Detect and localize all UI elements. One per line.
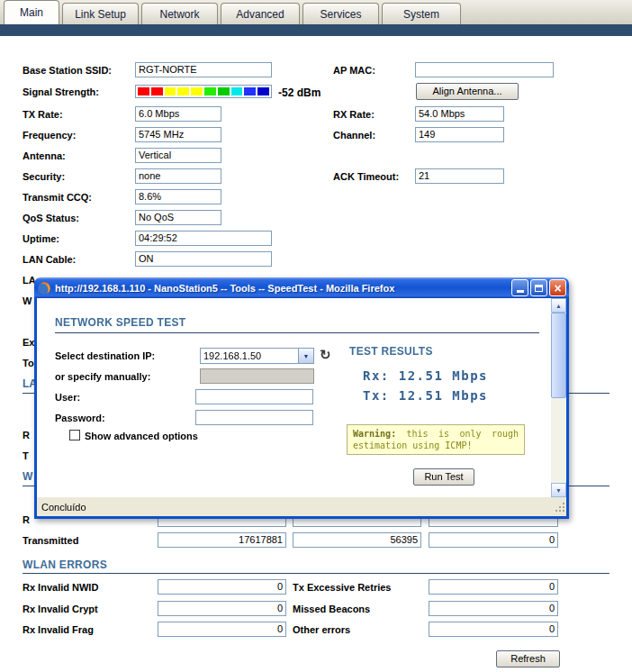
security-label: Security: <box>23 171 65 182</box>
qos-status-label: QoS Status: <box>23 213 79 223</box>
obscured-section-heading-fragment: W <box>23 470 32 483</box>
ack-timeout-label: ACK Timeout: <box>333 171 399 182</box>
base-station-ssid-field[interactable]: RGT-NORTE <box>135 62 272 77</box>
tx-rate-label: TX Rate: <box>23 109 63 120</box>
rx-invalid-crypt-field[interactable]: 0 <box>158 601 286 616</box>
run-test-button[interactable]: Run Test <box>413 468 474 486</box>
rx-invalid-crypt-label: Rx Invalid Crypt <box>23 604 98 614</box>
tab-network[interactable]: Network <box>141 3 218 24</box>
chevron-down-icon[interactable]: ▼ <box>298 349 313 363</box>
window-titlebar[interactable]: http://192.168.1.110 - NanoStation5 -- T… <box>34 277 569 298</box>
password-field[interactable] <box>195 410 313 425</box>
window-title: http://192.168.1.110 - NanoStation5 -- T… <box>55 283 508 294</box>
tx-excessive-retries-label: Tx Excessive Retries <box>293 582 391 593</box>
rx-invalid-nwid-label: Rx Invalid NWID <box>23 582 98 593</box>
tab-link-setup[interactable]: Link Setup <box>62 3 139 24</box>
signal-segment <box>218 87 230 95</box>
tab-main[interactable]: Main <box>4 0 59 24</box>
wlan-transmitted-field[interactable]: 56395 <box>293 532 421 548</box>
channel-label: Channel: <box>333 130 375 141</box>
qos-status-field[interactable]: No QoS <box>135 210 221 225</box>
ap-mac-label: AP MAC: <box>333 65 375 76</box>
obscured-label-fragment: T <box>23 450 29 461</box>
minimize-icon <box>517 290 524 293</box>
refresh-button[interactable]: Refresh <box>496 650 560 667</box>
missed-beacons-field[interactable]: 0 <box>429 601 558 616</box>
scroll-up-icon[interactable]: ▲ <box>551 298 566 313</box>
user-field[interactable] <box>195 389 313 404</box>
firefox-icon <box>37 281 51 295</box>
signal-segment <box>151 87 163 95</box>
wlan-transmitted-field[interactable]: 17617881 <box>158 532 286 548</box>
close-button[interactable]: × <box>549 279 566 296</box>
uptime-field[interactable]: 04:29:52 <box>135 231 272 246</box>
other-errors-label: Other errors <box>293 624 350 635</box>
resize-grip[interactable] <box>554 501 566 513</box>
tab-services[interactable]: Services <box>302 3 379 24</box>
rx-rate-field[interactable]: 54.0 Mbps <box>415 106 504 122</box>
speedtest-window: http://192.168.1.110 - NanoStation5 -- T… <box>34 277 569 519</box>
tx-excessive-retries-field[interactable]: 0 <box>429 579 558 595</box>
signal-segment <box>257 87 269 95</box>
obscured-label-fragment: Ex <box>23 337 34 348</box>
align-antenna-button[interactable]: Align Antenna... <box>416 83 519 100</box>
section-divider <box>55 332 539 333</box>
signal-segment <box>244 87 256 95</box>
transmit-ccq-label: Transmit CCQ: <box>23 192 92 203</box>
signal-segment <box>177 87 189 95</box>
signal-segment <box>138 87 149 95</box>
ack-timeout-field[interactable]: 21 <box>415 168 504 184</box>
window-statusbar: Concluído <box>34 497 569 519</box>
destination-ip-select[interactable]: 192.168.1.50 ▼ <box>200 348 314 364</box>
rx-rate-label: RX Rate: <box>333 109 375 120</box>
user-label: User: <box>55 392 80 403</box>
scroll-down-icon[interactable]: ▼ <box>551 483 566 497</box>
obscured-label-fragment: R <box>23 514 30 525</box>
scroll-track[interactable] <box>551 398 566 483</box>
speedtest-content: NETWORK SPEED TEST Select destination IP… <box>37 298 551 497</box>
scroll-thumb[interactable] <box>551 313 566 398</box>
manual-ip-field <box>200 368 314 384</box>
rx-invalid-nwid-field[interactable]: 0 <box>158 579 286 595</box>
ap-mac-field[interactable] <box>415 62 554 77</box>
reload-list-icon[interactable]: ↻ <box>320 347 331 363</box>
password-label: Password: <box>55 413 105 423</box>
header-bar <box>0 24 632 36</box>
tab-bar: Main Link Setup Network Advanced Service… <box>0 0 632 24</box>
statusbar-text: Concluído <box>41 502 86 513</box>
speedtest-heading: NETWORK SPEED TEST <box>55 316 185 329</box>
lan-cable-field[interactable]: ON <box>135 251 272 267</box>
frequency-field[interactable]: 5745 MHz <box>135 127 221 142</box>
window-controls: × <box>511 279 566 296</box>
destination-ip-value: 192.168.1.50 <box>201 350 298 361</box>
signal-segment <box>191 87 203 95</box>
lan-cable-label: LAN Cable: <box>23 254 76 265</box>
antenna-field[interactable]: Vertical <box>135 148 221 163</box>
antenna-label: Antenna: <box>23 150 66 161</box>
transmitted-row-label: Transmitted <box>23 535 78 546</box>
base-station-ssid-label: Base Station SSID: <box>23 65 112 76</box>
missed-beacons-label: Missed Beacons <box>293 604 370 614</box>
signal-dbm-value: -52 dBm <box>278 86 321 99</box>
signal-strength-bar <box>135 85 272 98</box>
security-field[interactable]: none <box>135 168 221 184</box>
tx-rate-field[interactable]: 6.0 Mbps <box>135 106 221 122</box>
rx-invalid-frag-field[interactable]: 0 <box>158 622 286 637</box>
channel-field[interactable]: 149 <box>415 127 504 142</box>
wlan-errors-heading: WLAN ERRORS <box>23 558 107 571</box>
section-divider <box>23 573 609 574</box>
airos-main-page: Main Link Setup Network Advanced Service… <box>0 0 632 672</box>
other-errors-field[interactable]: 0 <box>429 622 558 637</box>
transmit-ccq-field[interactable]: 8.6% <box>135 189 221 204</box>
show-advanced-checkbox[interactable] <box>69 430 80 440</box>
obscured-label-fragment: R <box>23 430 30 440</box>
minimize-button[interactable] <box>511 279 528 296</box>
obscured-label-fragment: To <box>23 358 34 368</box>
tab-advanced[interactable]: Advanced <box>221 3 300 24</box>
signal-segment <box>231 87 243 95</box>
maximize-button[interactable] <box>530 279 547 296</box>
wlan-transmitted-field[interactable]: 0 <box>429 532 558 548</box>
scrollbar[interactable]: ▲ ▼ <box>551 298 566 497</box>
signal-segment <box>165 87 176 95</box>
tab-system[interactable]: System <box>382 3 461 24</box>
